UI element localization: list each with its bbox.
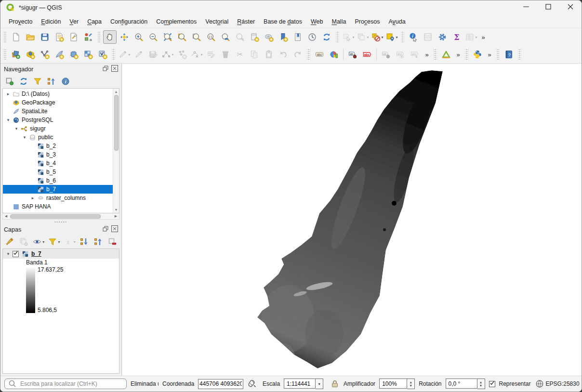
browser-refresh-button[interactable] <box>18 76 29 87</box>
grass-tools-button[interactable] <box>439 48 453 61</box>
menu-base-de-datos[interactable]: Base de datos <box>259 16 306 27</box>
toolbar-grip-handle[interactable] <box>434 49 437 60</box>
statistics-panel-button[interactable]: Σ <box>450 30 463 44</box>
new-project-button[interactable] <box>9 30 23 44</box>
browser-item-raster-columns[interactable]: ▸raster_columns <box>3 194 113 202</box>
maximize-button[interactable] <box>537 0 559 15</box>
new-map-view-button[interactable] <box>248 30 261 44</box>
layer-styling-button[interactable] <box>4 236 15 247</box>
style-manager-button[interactable]: a <box>81 30 95 44</box>
layer-diagram-button[interactable] <box>327 48 341 61</box>
label-toolbar-overflow-button[interactable]: » <box>423 48 431 61</box>
toolbar-overflow-button[interactable]: » <box>479 30 488 44</box>
new-geopackage-layer-button[interactable] <box>24 48 37 61</box>
locator-search[interactable] <box>4 379 127 389</box>
toolbar-grip-handle[interactable] <box>3 49 7 60</box>
rotation-spinbox[interactable] <box>446 379 485 389</box>
zoom-in-button[interactable] <box>132 30 146 44</box>
new-mesh-layer-button[interactable] <box>67 48 80 61</box>
menu-procesos[interactable]: Procesos <box>350 16 384 27</box>
browser-item-b-6[interactable]: b_6 <box>3 176 113 185</box>
browser-filter-button[interactable] <box>32 76 43 87</box>
extent-toggle-button[interactable] <box>247 379 257 389</box>
toolbar-grip-handle[interactable] <box>97 31 101 43</box>
rotation-input[interactable] <box>446 379 477 389</box>
plugins-overflow-button[interactable]: » <box>485 48 494 61</box>
toolbar-grip-handle[interactable] <box>3 31 7 43</box>
toolbar-grip-handle[interactable] <box>518 49 521 60</box>
identify-features-button[interactable]: i <box>407 30 420 44</box>
highlight-pinned-labels-button[interactable]: abc <box>360 48 374 61</box>
filter-legend-button[interactable]: ▾ <box>48 236 60 247</box>
menu-r-ster[interactable]: Ráster <box>233 16 259 27</box>
browser-item-b-4[interactable]: b_4 <box>3 159 113 168</box>
menu-proyecto[interactable]: Proyecto <box>4 16 37 27</box>
expand-all-button[interactable] <box>79 236 90 247</box>
chevron-down-icon[interactable] <box>316 379 323 389</box>
browser-item-geopackage[interactable]: GeoPackage <box>3 98 113 107</box>
pan-to-selection-button[interactable] <box>118 30 131 44</box>
magnifier-input[interactable] <box>379 379 407 389</box>
layer-item-b7[interactable]: ▾ b_7 <box>3 249 119 259</box>
toolbar-grip-handle[interactable] <box>465 49 468 60</box>
new-spatial-bookmark-button[interactable] <box>277 30 290 44</box>
layer-labeling-button[interactable]: abc <box>313 48 326 61</box>
menu-web[interactable]: Web <box>306 16 327 27</box>
collapse-all-button[interactable] <box>93 236 104 247</box>
options-gear-button[interactable] <box>436 30 449 44</box>
scroll-left-icon[interactable]: ◀ <box>3 213 9 220</box>
open-project-button[interactable] <box>24 30 37 44</box>
data-source-manager-button[interactable] <box>9 48 23 61</box>
scrollbar-thumb[interactable] <box>10 214 101 219</box>
browser-float-button[interactable] <box>102 65 109 73</box>
pan-map-button[interactable] <box>103 30 117 44</box>
locator-input[interactable] <box>19 380 123 388</box>
scroll-up-icon[interactable]: ▲ <box>113 89 119 95</box>
menu-edici-n[interactable]: Edición <box>37 16 65 27</box>
show-spatial-bookmarks-button[interactable] <box>291 30 304 44</box>
layers-float-button[interactable] <box>102 226 109 233</box>
browser-properties-button[interactable]: i <box>60 76 71 87</box>
zoom-full-button[interactable] <box>161 30 174 44</box>
browser-item-b-2[interactable]: b_2 <box>3 142 113 150</box>
browser-vertical-scrollbar[interactable]: ▲ ▼ <box>113 89 119 213</box>
browser-item-public[interactable]: ▾public <box>3 133 113 142</box>
new-shapefile-layer-button[interactable] <box>38 48 52 61</box>
save-project-button[interactable] <box>38 30 52 44</box>
zoom-native-button[interactable]: 1:1 <box>204 30 218 44</box>
map-canvas[interactable] <box>122 64 582 376</box>
expander-icon[interactable]: ▸ <box>29 196 36 200</box>
remove-layer-button[interactable] <box>107 236 118 247</box>
zoom-out-button[interactable] <box>146 30 160 44</box>
spinner-arrows-icon[interactable] <box>477 379 485 389</box>
manage-themes-button[interactable]: ▾ <box>32 236 44 247</box>
browser-item-spatialite[interactable]: SpatiaLite <box>3 107 113 116</box>
deselect-all-button[interactable]: ▾ <box>370 30 384 44</box>
browser-item-d-datos[interactable]: ▸D:\ (Datos) <box>3 90 113 98</box>
expander-icon[interactable]: ▾ <box>5 251 12 256</box>
browser-horizontal-scrollbar[interactable]: ◀ ▶ <box>2 213 119 220</box>
expander-icon[interactable]: ▾ <box>13 126 20 131</box>
browser-item-b-7[interactable]: b_7 <box>3 185 113 194</box>
browser-collapse-all-button[interactable] <box>46 76 57 87</box>
browser-item-ms-sql-server[interactable]: MS SQL Server <box>3 211 113 213</box>
menu-capa[interactable]: Capa <box>83 16 106 27</box>
scroll-down-icon[interactable]: ▼ <box>113 207 119 213</box>
zoom-last-button[interactable] <box>219 30 232 44</box>
zoom-to-selection-button[interactable] <box>175 30 189 44</box>
new-spatialite-layer-button[interactable] <box>53 48 66 61</box>
scroll-right-icon[interactable]: ▶ <box>113 213 119 220</box>
layer-visibility-checkbox[interactable] <box>13 251 19 257</box>
menu-ver[interactable]: Ver <box>65 16 83 27</box>
temporal-controller-button[interactable] <box>305 30 319 44</box>
minimize-button[interactable] <box>515 0 537 15</box>
browser-add-selected-layers-button[interactable] <box>4 76 15 87</box>
browser-item-sigugr[interactable]: ▾sigugr <box>3 124 113 133</box>
toolbar-grip-handle[interactable] <box>336 31 339 43</box>
menu-ayuda[interactable]: Ayuda <box>384 16 410 27</box>
menu-malla[interactable]: Malla <box>327 16 350 27</box>
select-by-value-button[interactable]: ▾ <box>385 30 398 44</box>
new-virtual-layer-button[interactable] <box>96 48 109 61</box>
toolbar-grip-handle[interactable] <box>496 49 500 60</box>
expander-icon[interactable]: ▸ <box>5 91 12 96</box>
